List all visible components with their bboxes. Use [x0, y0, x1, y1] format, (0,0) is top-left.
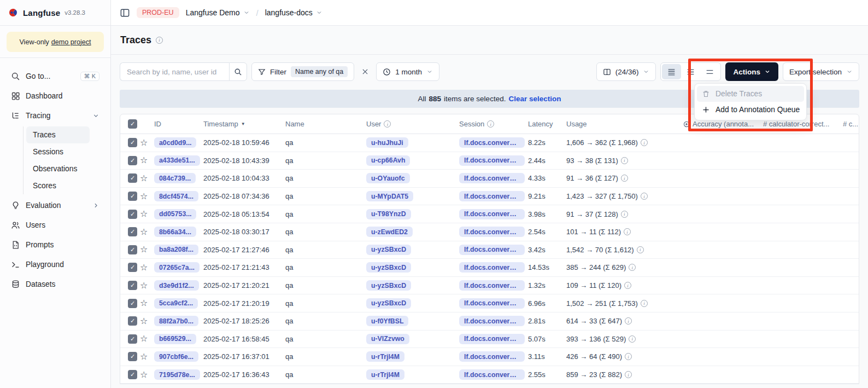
- bookmark-star-icon[interactable]: ☆: [140, 352, 148, 361]
- columns-select[interactable]: (24/36): [596, 62, 656, 81]
- column-header-user[interactable]: User: [366, 120, 459, 128]
- trace-id-link[interactable]: ba8a208f...: [154, 245, 198, 255]
- column-header-session[interactable]: Session: [459, 120, 528, 128]
- user-link[interactable]: u-zEwdED2: [366, 227, 413, 237]
- row-checkbox[interactable]: [128, 227, 137, 236]
- table-row[interactable]: ☆ a433de51... 2025-02-18 10:43:39 qa u-c…: [120, 152, 859, 170]
- trace-id-link[interactable]: dd05753...: [154, 209, 196, 219]
- sidebar-item-observations[interactable]: Observations: [26, 160, 90, 177]
- info-icon[interactable]: [629, 335, 636, 343]
- row-checkbox[interactable]: [128, 370, 137, 379]
- table-row[interactable]: ☆ ba8a208f... 2025-02-17 21:27:46 qa u-y…: [120, 241, 859, 259]
- user-link[interactable]: u-OYauofc: [366, 173, 410, 183]
- sidebar-item-sessions[interactable]: Sessions: [26, 143, 90, 160]
- table-row[interactable]: ☆ dd05753... 2025-02-18 05:13:54 qa u-T9…: [120, 205, 859, 223]
- trace-id-link[interactable]: 88f2a7b0...: [154, 316, 198, 326]
- trace-id-link[interactable]: a433de51...: [154, 155, 200, 166]
- bookmark-star-icon[interactable]: ☆: [140, 317, 148, 326]
- info-icon[interactable]: [624, 228, 631, 235]
- user-link[interactable]: u-huJhuJi: [366, 137, 408, 148]
- bookmark-star-icon[interactable]: ☆: [140, 174, 148, 183]
- row-height-tall-icon[interactable]: [700, 64, 719, 79]
- menu-item-add-to-annotation-queue[interactable]: Add to Annotation Queue: [697, 102, 804, 118]
- row-checkbox[interactable]: [128, 281, 137, 290]
- session-link[interactable]: lf.docs.conversation...: [459, 351, 525, 362]
- trace-id-link[interactable]: 8b66a34...: [154, 227, 196, 237]
- table-row[interactable]: ☆ 8b66a34... 2025-02-18 03:30:17 qa u-zE…: [120, 223, 859, 241]
- table-row[interactable]: ☆ 907cbf6e... 2025-02-17 16:37:01 qa u-r…: [120, 348, 859, 366]
- session-link[interactable]: lf.docs.conversation...: [459, 262, 525, 273]
- session-link[interactable]: lf.docs.conversation...: [459, 209, 525, 219]
- user-link[interactable]: u-yzSBxcD: [366, 280, 411, 291]
- demo-project-link[interactable]: demo project: [51, 38, 91, 46]
- sidebar-item-datasets[interactable]: Datasets: [7, 275, 104, 293]
- sidebar-toggle-icon[interactable]: [120, 8, 130, 18]
- clear-filter-icon[interactable]: [359, 68, 372, 76]
- session-link[interactable]: lf.docs.conversation...: [459, 316, 525, 326]
- table-row[interactable]: ☆ 88f2a7b0... 2025-02-17 18:25:26 qa u-f…: [120, 312, 859, 331]
- table-row[interactable]: ☆ 084c739... 2025-02-18 10:04:33 qa u-OY…: [120, 170, 859, 188]
- user-link[interactable]: u-rTrjI4M: [366, 369, 404, 380]
- info-icon[interactable]: [641, 300, 648, 307]
- menu-item-delete-traces[interactable]: Delete Traces: [697, 86, 804, 102]
- session-link[interactable]: lf.docs.conversation...: [459, 334, 525, 344]
- column-header-usage[interactable]: Usage: [566, 120, 683, 128]
- sidebar-item-traces[interactable]: Traces: [26, 126, 90, 143]
- info-icon[interactable]: [621, 157, 628, 164]
- clear-selection-link[interactable]: Clear selection: [508, 95, 561, 103]
- info-icon[interactable]: [641, 193, 648, 200]
- sidebar-item-scores[interactable]: Scores: [26, 177, 90, 194]
- time-range-select[interactable]: 1 month: [376, 62, 439, 81]
- column-header-calculator-correct[interactable]: # calculator-correct...: [763, 120, 843, 128]
- session-link[interactable]: lf.docs.conversation...: [459, 155, 525, 166]
- info-icon[interactable]: [621, 211, 628, 218]
- session-link[interactable]: lf.docs.conversation...: [459, 298, 525, 309]
- user-link[interactable]: u-f0YfBSL: [366, 316, 408, 326]
- trace-id-link[interactable]: 907cbf6e...: [154, 351, 198, 362]
- bookmark-star-icon[interactable]: ☆: [140, 210, 148, 218]
- table-row[interactable]: ☆ a0cd0d9... 2025-02-18 10:59:46 qa u-hu…: [120, 134, 859, 152]
- search-button[interactable]: [229, 62, 247, 81]
- user-link[interactable]: u-MYpDAT5: [366, 191, 413, 201]
- trace-id-link[interactable]: a0cd0d9...: [154, 137, 196, 148]
- trace-id-link[interactable]: 8dcf4574...: [154, 191, 198, 201]
- row-checkbox[interactable]: [128, 263, 137, 272]
- session-link[interactable]: lf.docs.conversation...: [459, 227, 525, 237]
- export-selection-button[interactable]: Export selection: [783, 62, 859, 81]
- user-link[interactable]: u-yzSBxcD: [366, 262, 411, 273]
- table-row[interactable]: ☆ d3e9d1f2... 2025-02-17 21:20:21 qa u-y…: [120, 277, 859, 295]
- project-breadcrumb[interactable]: langfuse-docs: [265, 8, 322, 17]
- table-row[interactable]: ☆ 5cca9cf2... 2025-02-17 21:20:19 qa u-y…: [120, 294, 859, 312]
- bookmark-star-icon[interactable]: ☆: [140, 281, 148, 290]
- sidebar-item-goto[interactable]: Go to... ⌘ K: [7, 67, 104, 85]
- trace-id-link[interactable]: 07265c7a...: [154, 262, 200, 273]
- bookmark-star-icon[interactable]: ☆: [140, 370, 148, 379]
- sidebar-item-dashboard[interactable]: Dashboard: [7, 87, 104, 105]
- info-icon[interactable]: [637, 246, 644, 253]
- info-icon[interactable]: [625, 353, 632, 360]
- bookmark-star-icon[interactable]: ☆: [140, 192, 148, 201]
- row-height-compact-icon[interactable]: [662, 64, 681, 79]
- row-checkbox[interactable]: [128, 334, 137, 344]
- bookmark-star-icon[interactable]: ☆: [140, 156, 148, 165]
- session-link[interactable]: lf.docs.conversation...: [459, 191, 525, 201]
- user-link[interactable]: u-cp66Avh: [366, 155, 410, 166]
- user-link[interactable]: u-T98YnzD: [366, 209, 411, 219]
- filter-button[interactable]: Filter Name any of qa: [251, 62, 354, 81]
- actions-button[interactable]: Actions: [725, 62, 778, 81]
- info-icon[interactable]: [629, 264, 636, 271]
- session-link[interactable]: lf.docs.conversation...: [459, 280, 525, 291]
- sidebar-item-prompts[interactable]: Prompts: [7, 236, 104, 254]
- trace-id-link[interactable]: 084c739...: [154, 173, 196, 183]
- info-icon[interactable]: [625, 317, 632, 325]
- column-header-latency[interactable]: Latency: [528, 120, 566, 128]
- column-header-truncated[interactable]: # c...: [843, 120, 859, 128]
- org-breadcrumb[interactable]: Langfuse Demo: [186, 8, 250, 17]
- info-icon[interactable]: [621, 175, 628, 182]
- table-row[interactable]: ☆ b669529... 2025-02-17 16:58:45 qa u-VI…: [120, 331, 859, 349]
- session-link[interactable]: lf.docs.conversation...: [459, 369, 525, 380]
- row-checkbox[interactable]: [128, 210, 137, 219]
- user-link[interactable]: u-yzSBxcD: [366, 298, 411, 309]
- session-link[interactable]: lf.docs.conversation...: [459, 137, 525, 148]
- info-icon[interactable]: [624, 282, 631, 289]
